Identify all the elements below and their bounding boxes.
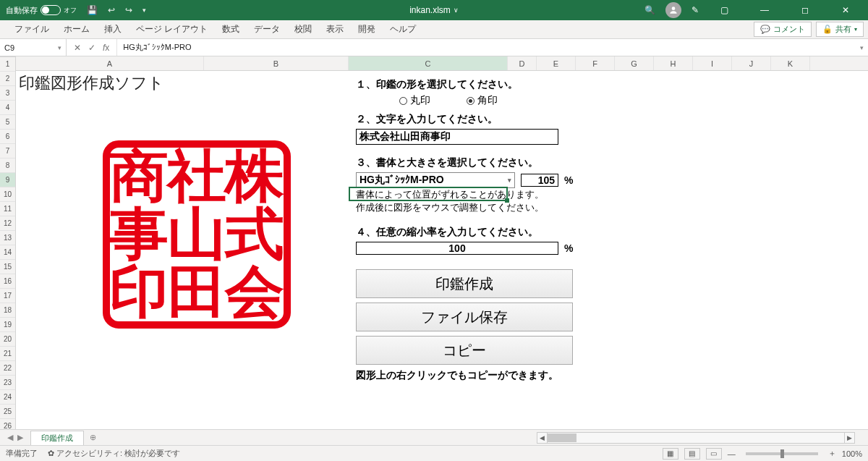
row-header[interactable]: 6 xyxy=(0,130,15,144)
tab-next-icon[interactable]: ▶ xyxy=(17,433,23,442)
sheet-content[interactable]: 印鑑図形作成ソフト 商社株事山式印田会 １、印鑑の形を選択してください。 丸印 … xyxy=(16,71,868,429)
step2-label: ２、文字を入力してください。 xyxy=(356,113,703,126)
row-header[interactable]: 2 xyxy=(0,72,15,86)
enter-icon[interactable]: ✓ xyxy=(88,43,95,53)
stamp-char: 商 xyxy=(109,148,169,206)
drawing-icon[interactable]: ✎ xyxy=(692,5,699,15)
stamp-char: 会 xyxy=(224,263,285,321)
copy-button[interactable]: コピー xyxy=(356,336,573,365)
column-header[interactable]: D xyxy=(508,56,537,70)
ribbon-options-icon[interactable]: ▢ xyxy=(709,0,739,20)
ribbon-tab[interactable]: 数式 xyxy=(215,20,247,38)
row-header[interactable]: 24 xyxy=(0,390,15,405)
column-header[interactable]: B xyxy=(204,56,349,70)
row-header[interactable]: 13 xyxy=(0,231,15,245)
ribbon-tab[interactable]: ヘルプ xyxy=(383,20,423,38)
view-page-break-icon[interactable]: ▭ xyxy=(706,448,722,460)
row-header[interactable]: 8 xyxy=(0,158,15,173)
close-icon[interactable]: ✕ xyxy=(830,0,861,20)
step4-label: ４、任意の縮小率を入力してください。 xyxy=(356,226,703,239)
column-header[interactable]: G xyxy=(615,56,654,70)
ribbon-tab[interactable]: ページ レイアウト xyxy=(129,20,215,38)
font-note-2: 作成後に図形をマウスで調整してください。 xyxy=(356,201,703,214)
view-page-layout-icon[interactable]: ▤ xyxy=(684,448,700,460)
column-header[interactable]: K xyxy=(771,56,810,70)
stamp-char: 田 xyxy=(166,263,227,321)
column-header[interactable]: E xyxy=(537,56,576,70)
radio-round[interactable]: 丸印 xyxy=(399,94,430,107)
sheet-tab[interactable]: 印鑑作成 xyxy=(30,431,84,445)
row-header[interactable]: 21 xyxy=(0,347,15,361)
qat-dropdown-icon[interactable]: ▾ xyxy=(142,7,146,14)
save-icon[interactable]: 💾 xyxy=(87,5,98,15)
row-header[interactable]: 12 xyxy=(0,216,15,231)
share-button[interactable]: 🔓 共有 ▾ xyxy=(816,22,864,37)
row-header[interactable]: 3 xyxy=(0,86,15,101)
ribbon-tab[interactable]: 開発 xyxy=(351,20,383,38)
zoom-level[interactable]: 100% xyxy=(842,449,862,458)
row-header[interactable]: 15 xyxy=(0,260,15,274)
row-header[interactable]: 17 xyxy=(0,289,15,303)
autosave-toggle[interactable]: 自動保存 オフ xyxy=(6,5,77,16)
row-header[interactable]: 1 xyxy=(0,57,15,72)
scale-percent-input[interactable]: 100 xyxy=(356,242,558,255)
minimize-icon[interactable]: — xyxy=(749,0,780,20)
row-header[interactable]: 23 xyxy=(0,376,15,390)
percent-label: % xyxy=(564,174,573,186)
name-box[interactable]: C9▾ xyxy=(0,39,67,56)
horizontal-scrollbar[interactable]: ◀▶ xyxy=(537,432,855,444)
column-header[interactable]: H xyxy=(654,56,693,70)
tab-prev-icon[interactable]: ◀ xyxy=(7,433,13,442)
zoom-slider[interactable] xyxy=(746,452,818,455)
redo-icon[interactable]: ↪ xyxy=(125,5,132,15)
row-headers[interactable]: 1234567891011121314151617181920212223242… xyxy=(0,57,16,448)
ribbon-tab[interactable]: 表示 xyxy=(319,20,351,38)
row-header[interactable]: 4 xyxy=(0,101,15,115)
ribbon-tab[interactable]: データ xyxy=(247,20,287,38)
row-header[interactable]: 19 xyxy=(0,318,15,332)
row-header[interactable]: 22 xyxy=(0,361,15,376)
column-headers[interactable]: ABCDEFGHIJK xyxy=(16,56,868,71)
ribbon-tab[interactable]: 校閲 xyxy=(287,20,319,38)
row-header[interactable]: 25 xyxy=(0,405,15,419)
view-normal-icon[interactable]: ▦ xyxy=(663,448,678,460)
row-header[interactable]: 18 xyxy=(0,303,15,318)
formula-bar: C9▾ ✕ ✓ fx HG丸ｺﾞｼｯｸM-PRO ▾ xyxy=(0,39,868,56)
column-header[interactable]: C xyxy=(349,56,508,70)
maximize-icon[interactable]: ◻ xyxy=(790,0,820,20)
comments-button[interactable]: 💬 コメント xyxy=(754,22,812,37)
ribbon-tab[interactable]: ホーム xyxy=(56,20,97,38)
zoom-out-icon[interactable]: — xyxy=(728,449,736,458)
ribbon-tabs: ファイルホーム挿入ページ レイアウト数式データ校閲表示開発ヘルプ 💬 コメント … xyxy=(0,20,868,39)
accessibility-status[interactable]: ✿ アクセシビリティ: 検討が必要です xyxy=(48,448,180,459)
row-header[interactable]: 11 xyxy=(0,202,15,216)
column-header[interactable]: J xyxy=(732,56,771,70)
row-header[interactable]: 7 xyxy=(0,144,15,158)
fx-icon[interactable]: fx xyxy=(103,43,109,53)
zoom-in-icon[interactable]: ＋ xyxy=(828,448,836,459)
add-sheet-button[interactable]: ⊕ xyxy=(84,433,102,442)
row-header[interactable]: 10 xyxy=(0,187,15,202)
row-header[interactable]: 5 xyxy=(0,115,15,130)
row-header[interactable]: 9 xyxy=(0,173,15,187)
size-percent-input[interactable]: 105 xyxy=(521,174,558,187)
create-stamp-button[interactable]: 印鑑作成 xyxy=(356,269,573,298)
font-select[interactable]: HG丸ｺﾞｼｯｸM-PRO▾ xyxy=(356,172,515,188)
stamp-text-input[interactable]: 株式会社山田商事印 xyxy=(356,129,558,145)
save-file-button[interactable]: ファイル保存 xyxy=(356,303,573,331)
cancel-icon[interactable]: ✕ xyxy=(74,43,81,53)
account-avatar[interactable] xyxy=(665,2,681,18)
radio-square[interactable]: 角印 xyxy=(467,94,498,107)
undo-icon[interactable]: ↩ xyxy=(108,5,115,15)
stamp-preview[interactable]: 商社株事山式印田会 xyxy=(103,140,291,329)
row-header[interactable]: 14 xyxy=(0,245,15,260)
ribbon-tab[interactable]: ファイル xyxy=(7,20,56,38)
column-header[interactable]: A xyxy=(16,56,204,70)
row-header[interactable]: 20 xyxy=(0,332,15,347)
column-header[interactable]: I xyxy=(693,56,732,70)
search-icon[interactable]: 🔍 xyxy=(644,5,655,15)
row-header[interactable]: 16 xyxy=(0,274,15,289)
formula-input[interactable]: HG丸ｺﾞｼｯｸM-PRO ▾ xyxy=(117,39,868,56)
ribbon-tab[interactable]: 挿入 xyxy=(97,20,129,38)
column-header[interactable]: F xyxy=(576,56,615,70)
